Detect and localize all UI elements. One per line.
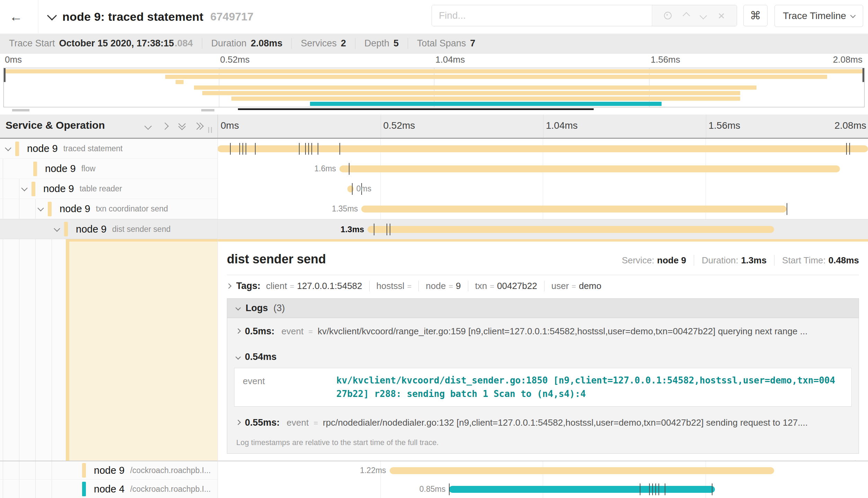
expand-all-icon[interactable] — [196, 124, 203, 129]
span-bar[interactable] — [367, 226, 774, 233]
find-input[interactable] — [432, 5, 652, 26]
tag-value: 127.0.0.1:54582 — [297, 281, 362, 291]
span-tree-row[interactable]: node 9txn coordinator send — [0, 199, 218, 219]
minimap-scrub-mark[interactable] — [12, 109, 29, 111]
tag-item[interactable]: txn=00427b22 — [468, 281, 537, 291]
summary-item: Total Spans7 — [408, 38, 475, 49]
logs-count: (3) — [274, 303, 285, 314]
minimap-left-handle[interactable] — [4, 68, 6, 82]
collapse-all-icon[interactable] — [179, 124, 185, 129]
span-bar[interactable] — [218, 145, 868, 152]
minimap-right-handle[interactable] — [862, 68, 864, 82]
span-bar-row[interactable]: 1.35ms — [218, 199, 868, 219]
duration-label: 1.6ms — [314, 164, 336, 173]
tag-item[interactable]: client=127.0.0.1:54582 — [266, 281, 362, 291]
log-tick — [390, 224, 390, 235]
log-entry-expanded-header[interactable]: 0.54ms — [227, 345, 859, 362]
collapse-trace-icon[interactable] — [47, 11, 57, 20]
find-next-icon[interactable] — [700, 12, 707, 19]
span-bar-row[interactable]: 1.22ms — [218, 461, 868, 480]
span-detail-title: dist sender send — [227, 252, 326, 266]
log-kv-value: kv/kvclient/kvcoord/dist_sender.go:1850 … — [336, 374, 839, 401]
service-name: node 4 — [94, 483, 125, 495]
logs-header[interactable]: Logs (3) — [227, 299, 859, 318]
log-kv-table: eventkv/kvclient/kvcoord/dist_sender.go:… — [234, 368, 852, 407]
tag-value: demo — [579, 281, 601, 291]
find-clear-icon[interactable]: × — [718, 10, 725, 21]
span-tree-row[interactable]: node 9table reader — [0, 179, 218, 199]
span-tree-row[interactable]: node 9dist sender send — [0, 219, 218, 239]
span-bar-row[interactable]: 0ms — [218, 179, 868, 199]
trace-minimap[interactable]: 0ms0.52ms1.04ms1.56ms2.08ms — [0, 54, 868, 115]
span-bar-row[interactable]: 1.6ms — [218, 159, 868, 179]
log-equals: = — [313, 419, 318, 428]
tag-item[interactable]: hostssl= — [369, 281, 412, 291]
span-tree-row[interactable]: node 9traced statement — [0, 139, 218, 159]
log-preview: rpc/nodedialer/nodedialer.go:132 [n9,cli… — [323, 417, 850, 428]
expand-one-icon[interactable] — [162, 124, 168, 129]
span-bar[interactable] — [361, 206, 787, 212]
minimap-scrub-mark[interactable] — [201, 109, 214, 111]
summary-item-value: 7 — [470, 38, 475, 49]
tag-item[interactable]: user=demo — [544, 281, 601, 291]
chevron-right-icon — [226, 283, 232, 289]
tags-list: client=127.0.0.1:54582hostssl=node=9txn=… — [266, 281, 601, 291]
ruler-tick-label: 0.52ms — [219, 54, 250, 65]
expander-icon[interactable] — [54, 225, 60, 232]
log-tick — [652, 483, 653, 495]
locate-icon[interactable] — [664, 12, 672, 19]
log-tick — [305, 143, 306, 155]
span-bar[interactable] — [390, 467, 774, 474]
tags-row[interactable]: Tags: client=127.0.0.1:54582hostssl=node… — [227, 281, 859, 291]
span-bar[interactable] — [449, 486, 715, 493]
log-entry[interactable]: 0.55ms:event=rpc/nodedialer/nodedialer.g… — [227, 409, 859, 436]
span-bar-row[interactable] — [218, 139, 868, 159]
span-tree-row[interactable]: node 9flow — [0, 159, 218, 179]
back-button[interactable]: ← — [6, 8, 26, 26]
span-bar-row[interactable]: 1.3ms — [218, 219, 868, 240]
start-time-label: Start Time: — [782, 255, 826, 265]
column-resize-grip[interactable] — [208, 127, 212, 133]
ruler-tick-label: 0.52ms — [381, 120, 415, 131]
service-name: node 9 — [27, 143, 58, 154]
tag-equals: = — [490, 282, 494, 291]
tag-equals: = — [407, 282, 411, 291]
span-tree-row[interactable]: node 9/cockroach.roachpb.I... — [0, 461, 218, 480]
log-tick — [239, 143, 240, 155]
collapse-one-icon[interactable] — [145, 124, 151, 129]
ruler-tick-label: 1.56ms — [706, 120, 741, 131]
find-prev-icon[interactable] — [683, 12, 690, 19]
service-name: node 9 — [60, 203, 90, 215]
minimap-canvas[interactable] — [3, 68, 865, 107]
service-color-block — [32, 182, 35, 196]
span-rows: node 9traced statementnode 9flow1.6msnod… — [0, 139, 868, 498]
ruler-tick-label: 0ms — [3, 54, 22, 65]
tag-key: user — [551, 281, 569, 291]
summary-item: Duration2.08ms — [202, 38, 283, 49]
log-tick — [649, 483, 650, 495]
expander-icon[interactable] — [37, 205, 44, 211]
expander-icon[interactable] — [5, 145, 11, 151]
log-entry[interactable]: 0.5ms:event=kv/kvclient/kvcoord/range_it… — [227, 318, 859, 345]
log-tick — [387, 224, 387, 235]
tag-item[interactable]: node=9 — [418, 281, 461, 291]
top-bar: ← node 9: traced statement 6749717 × ⌘ T… — [0, 0, 868, 34]
span-tree-row[interactable]: node 4/cockroach.roachpb.I... — [0, 480, 218, 498]
span-bar-row[interactable]: 0.85ms — [218, 480, 868, 498]
summary-item: Services2 — [291, 38, 346, 49]
column-divider — [218, 139, 218, 498]
log-key: event — [282, 326, 304, 337]
summary-item-label: Total Spans — [417, 38, 466, 49]
expander-icon[interactable] — [21, 185, 27, 191]
summary-item-label: Services — [301, 38, 337, 49]
summary-item-value: 2 — [341, 38, 346, 49]
operation-name: txn coordinator send — [96, 204, 168, 214]
trace-view-dropdown[interactable]: Trace Timeline — [774, 5, 863, 27]
log-time: 0.55ms: — [245, 417, 280, 428]
service-name: node 9 — [43, 183, 74, 194]
indent-guide — [52, 219, 52, 498]
keyboard-shortcuts-button[interactable]: ⌘ — [743, 5, 768, 26]
span-bar[interactable] — [339, 165, 840, 172]
minimap-span-bar — [231, 97, 740, 101]
duration-label: 0.85ms — [419, 485, 445, 494]
